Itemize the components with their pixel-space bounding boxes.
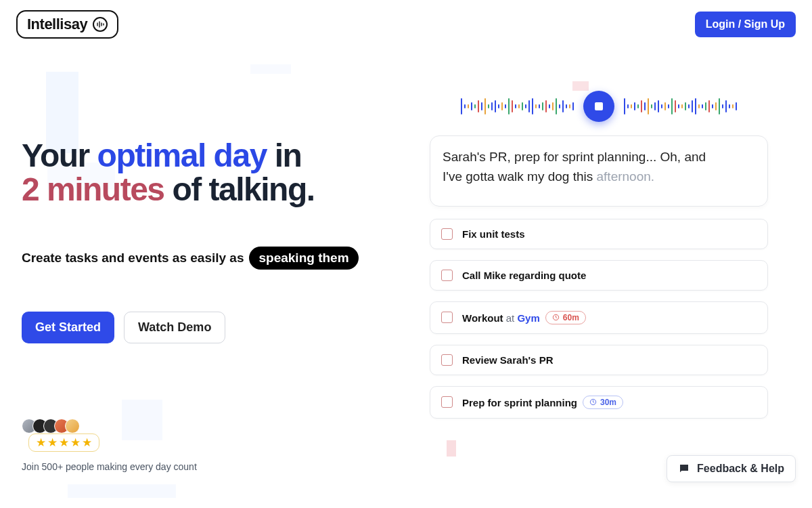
- audio-visualizer: [430, 88, 768, 125]
- task-row[interactable]: Fix unit tests: [430, 219, 768, 249]
- task-title: Fix unit tests: [462, 228, 525, 240]
- hero-subline: Create tasks and events as easily as spe…: [22, 247, 414, 270]
- task-row[interactable]: Workout at Gym60m: [430, 301, 768, 334]
- get-started-button[interactable]: Get Started: [22, 312, 114, 343]
- duration-chip: 30m: [583, 396, 623, 409]
- task-body: Review Sarah's PR: [462, 354, 553, 366]
- duration-chip: 60m: [545, 311, 586, 324]
- task-checkbox[interactable]: [441, 270, 453, 281]
- task-place: Gym: [517, 312, 539, 323]
- task-title: Call Mike regarding quote: [462, 270, 586, 281]
- brand-name: Intellisay: [27, 16, 87, 33]
- task-checkbox[interactable]: [441, 396, 453, 408]
- record-stop-button[interactable]: [583, 91, 614, 122]
- social-proof-text: Join 500+ people making every day count: [22, 461, 197, 472]
- brand-logo[interactable]: Intellisay: [16, 10, 118, 39]
- feedback-label: Feedback & Help: [697, 463, 784, 475]
- watch-demo-button[interactable]: Watch Demo: [124, 312, 225, 343]
- sub-pill: speaking them: [249, 247, 358, 270]
- login-signup-button[interactable]: Login / Sign Up: [695, 12, 796, 37]
- task-row[interactable]: Review Sarah's PR: [430, 345, 768, 375]
- user-avatars: [22, 419, 197, 433]
- task-body: Workout at Gym60m: [462, 311, 586, 324]
- task-body: Fix unit tests: [462, 228, 525, 240]
- transcript-box: Sarah's PR, prep for sprint planning... …: [430, 135, 768, 207]
- task-body: Prep for sprint planning30m: [462, 396, 623, 409]
- stop-icon: [595, 102, 603, 110]
- task-title: Prep for sprint planning: [462, 396, 577, 408]
- task-body: Call Mike regarding quote: [462, 270, 586, 281]
- feedback-help-button[interactable]: Feedback & Help: [667, 455, 796, 482]
- task-list: Fix unit testsCall Mike regarding quoteW…: [430, 219, 768, 419]
- task-checkbox[interactable]: [441, 354, 453, 366]
- task-title: Review Sarah's PR: [462, 354, 553, 366]
- task-row[interactable]: Prep for sprint planning30m: [430, 386, 768, 419]
- task-row[interactable]: Call Mike regarding quote: [430, 260, 768, 291]
- hero-headline: Your optimal day in 2 minutes of talking…: [22, 139, 414, 207]
- chat-icon: [678, 463, 690, 475]
- clock-icon: [552, 314, 560, 321]
- task-title: Workout: [462, 312, 503, 323]
- rating-stars: ★★★★★: [28, 433, 99, 452]
- task-checkbox[interactable]: [441, 228, 453, 240]
- speech-wave-icon: [93, 17, 108, 32]
- clock-icon: [589, 398, 597, 406]
- task-checkbox[interactable]: [441, 312, 453, 323]
